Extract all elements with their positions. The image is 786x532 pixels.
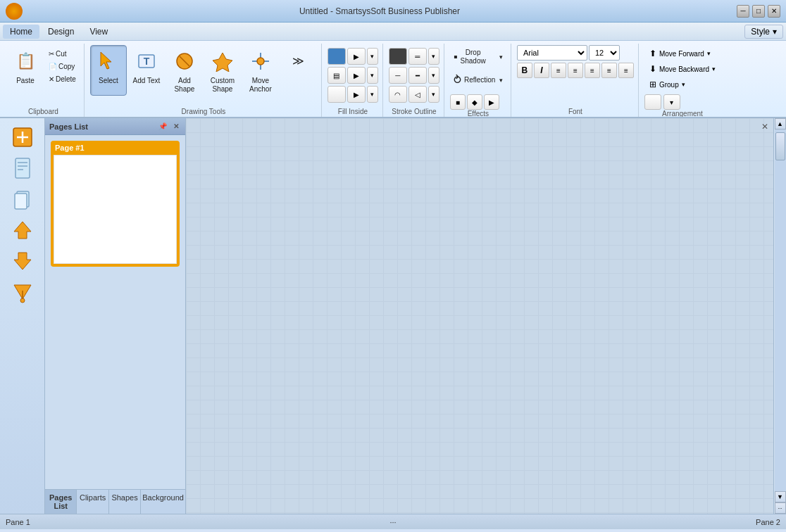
fill-dropdown-btn[interactable]: ▾ [367, 48, 378, 65]
move-anchor-button[interactable]: Move Anchor [242, 45, 279, 96]
arr-extra-btn2[interactable]: ▾ [663, 94, 680, 110]
tab-cliparts[interactable]: Cliparts [77, 490, 108, 514]
font-size-select[interactable]: 12 [589, 45, 620, 61]
ribbon-group-arrangement: ⬆ Move Forward ▾ ⬇ Move Backward ▾ ⊞ Gro… [640, 44, 725, 117]
stroke-style-btn[interactable]: ═ [408, 48, 427, 65]
sidebar-icon-page[interactable] [9, 155, 36, 182]
sidebar-icon-filter[interactable] [9, 279, 36, 305]
sidebar-icon-down-arrow[interactable] [9, 248, 36, 274]
panel-close-button[interactable]: ✕ [171, 122, 181, 131]
title-bar: Untitled - SmartsysSoft Business Publish… [0, 0, 786, 23]
svg-point-8 [257, 58, 264, 65]
canvas-inner: ✕ [186, 118, 773, 514]
reflection-button[interactable]: ⥁ Reflection ▾ [450, 70, 506, 91]
move-backward-button[interactable]: ⬇ Move Backward ▾ [644, 62, 720, 76]
fill-row3-btn2[interactable]: ▶ [347, 86, 366, 103]
delete-button[interactable]: ✕ Delete [45, 73, 80, 85]
style-label: Style [751, 27, 770, 37]
close-button[interactable]: ✕ [768, 5, 780, 18]
reflection-label: Reflection [464, 76, 495, 84]
stroke-dropdown2[interactable]: ▾ [428, 67, 439, 84]
stroke-label: Stroke Outline [389, 108, 439, 115]
stroke-dropdown3[interactable]: ▾ [428, 86, 439, 103]
stroke-end-btn[interactable]: ◁ [408, 86, 427, 103]
effect-btn-3[interactable]: ▶ [484, 94, 499, 110]
stroke-w1-btn[interactable]: ─ [389, 67, 407, 84]
clipboard-label: Clipboard [7, 108, 80, 115]
align-left-button[interactable]: ≡ [551, 63, 566, 78]
page-thumb-1[interactable]: Page #1 [51, 141, 180, 267]
copy-button[interactable]: 📄 Copy [45, 61, 80, 72]
fill-style1-btn[interactable]: ▶ [347, 48, 366, 65]
stroke-w2-btn[interactable]: ━ [408, 67, 427, 84]
scroll-up-button[interactable]: ▲ [775, 118, 786, 129]
cut-button[interactable]: ✂ Cut [45, 48, 80, 60]
menu-home[interactable]: Home [3, 25, 39, 39]
fill-row2-btn1[interactable]: ▤ [328, 67, 346, 84]
select-button[interactable]: Select [90, 45, 127, 96]
menu-view[interactable]: View [82, 25, 115, 39]
arrangement-label: Arrangement [644, 110, 720, 118]
add-shape-button[interactable]: Add Shape [166, 45, 203, 96]
arr-extra-btn1[interactable] [644, 94, 661, 110]
align-center-button[interactable]: ≡ [568, 63, 583, 78]
menu-bar: Home Design View Style ▾ [0, 23, 786, 41]
more-font-button[interactable]: ≡ [618, 63, 634, 78]
panel-title: Pages List [49, 122, 88, 131]
reflection-arrow: ▾ [499, 77, 503, 84]
panel-tabs: Pages List Cliparts Shapes Background [45, 489, 185, 514]
font-name-select[interactable]: Arial [517, 45, 587, 61]
justify-button[interactable]: ≡ [601, 63, 617, 78]
scroll-expand-button[interactable]: ··· [775, 502, 786, 514]
more-tools-icon: ≫ [286, 49, 311, 74]
stroke-arc-btn[interactable]: ◠ [389, 86, 407, 103]
sidebar-icon-copy[interactable] [9, 186, 36, 213]
minimize-button[interactable]: ─ [737, 5, 749, 18]
canvas-close-button[interactable]: ✕ [759, 121, 771, 132]
fill-solid-btn[interactable] [328, 48, 346, 65]
tab-pages-list[interactable]: Pages List [45, 490, 77, 514]
font-style-row: B I ≡ ≡ ≡ ≡ ≡ [517, 63, 634, 78]
italic-button[interactable]: I [534, 63, 549, 78]
fill-row2-btn2[interactable]: ▶ [347, 67, 366, 84]
stroke-color-btn[interactable] [389, 48, 407, 65]
group-button[interactable]: ⊞ Group ▾ [644, 77, 720, 91]
effect-btn-2[interactable]: ◆ [467, 94, 482, 110]
style-button[interactable]: Style ▾ [744, 25, 783, 39]
drawing-tools-content: Select T Add Text Add Sha [90, 45, 317, 108]
canvas-area[interactable]: ✕ [186, 118, 773, 514]
tab-background[interactable]: Background [141, 490, 185, 514]
move-backward-arrow: ▾ [712, 65, 716, 72]
more-tools-button[interactable]: ≫ [280, 45, 317, 96]
paste-button[interactable]: 📋 Paste [7, 45, 44, 96]
effect-btn-1[interactable]: ■ [450, 94, 466, 110]
copy-icon: 📄 [49, 63, 57, 70]
scroll-thumb[interactable] [775, 132, 785, 160]
bold-button[interactable]: B [517, 63, 532, 78]
right-scrollbar: ▲ ▼ ··· [773, 118, 786, 514]
scroll-track[interactable] [775, 129, 786, 491]
panel-header: Pages List 📌 ✕ [45, 118, 185, 135]
menu-design[interactable]: Design [41, 25, 81, 39]
add-text-button[interactable]: T Add Text [128, 45, 165, 96]
align-right-button[interactable]: ≡ [585, 63, 600, 78]
sidebar-icon-up-arrow[interactable] [9, 217, 36, 243]
tab-shapes[interactable]: Shapes [109, 490, 141, 514]
page-1-preview [54, 155, 177, 264]
move-forward-button[interactable]: ⬆ Move Forward ▾ [644, 46, 720, 61]
custom-shape-button[interactable]: Custom Shape [204, 45, 241, 96]
scroll-down-button[interactable]: ▼ [775, 491, 786, 502]
fill-row3-dropdown[interactable]: ▾ [367, 86, 378, 103]
drop-shadow-icon: ▪ [454, 50, 458, 63]
font-name-row: Arial 12 [517, 45, 634, 61]
fill-row2-dropdown[interactable]: ▾ [367, 67, 378, 84]
ribbon-group-font: Arial 12 B I ≡ ≡ ≡ ≡ ≡ Font [513, 44, 639, 117]
svg-marker-19 [14, 253, 31, 270]
drop-shadow-button[interactable]: ▪ DropShadow ▾ [450, 46, 506, 68]
fill-row3-btn1[interactable] [328, 86, 346, 103]
maximize-button[interactable]: □ [752, 5, 765, 18]
panel-pin-button[interactable]: 📌 [156, 122, 169, 131]
stroke-dropdown1[interactable]: ▾ [428, 48, 439, 65]
sidebar-icon-add[interactable] [9, 124, 36, 151]
group-arrow: ▾ [682, 81, 685, 88]
